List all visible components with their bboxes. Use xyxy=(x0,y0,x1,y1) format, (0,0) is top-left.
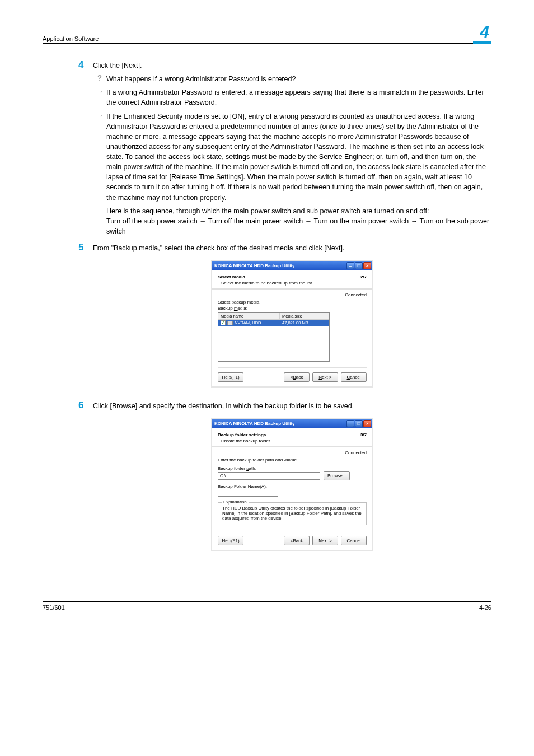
back-button[interactable]: < Back xyxy=(284,372,310,382)
cancel-button[interactable]: Cancel xyxy=(341,536,367,545)
button-row: Help(F1) < Back Next > Cancel xyxy=(218,367,367,382)
cell-media-size: 47,821.00 MB xyxy=(280,320,329,326)
table-header: Media name Media size xyxy=(218,313,329,320)
answer-paragraph: Here is the sequence, through which the … xyxy=(106,206,491,216)
next-button[interactable]: Next > xyxy=(312,372,338,382)
wizard-step-indicator: 2/7 xyxy=(360,274,367,279)
col-media-name: Media name xyxy=(218,313,280,319)
arrow-icon: → xyxy=(93,111,106,120)
footer-page: 4-26 xyxy=(479,604,491,611)
close-button[interactable]: × xyxy=(363,262,371,269)
maximize-button[interactable]: □ xyxy=(355,420,363,427)
divider xyxy=(212,288,372,290)
instruction-text: Enter the backup folder path and -name. xyxy=(218,458,367,463)
col-media-size: Media size xyxy=(280,313,329,319)
content-area: 4 Click the [Next]. What happens if a wr… xyxy=(43,59,491,551)
window-controls: – □ × xyxy=(346,262,371,269)
footer-model: 751/601 xyxy=(43,604,65,611)
question-text: What happens if a wrong Administrator Pa… xyxy=(106,74,491,84)
section-title: Application Software xyxy=(43,35,99,42)
maximize-button[interactable]: □ xyxy=(355,262,363,269)
cancel-button[interactable]: Cancel xyxy=(341,372,367,382)
back-button[interactable]: < Back xyxy=(284,536,310,545)
window-controls: – □ × xyxy=(346,420,371,427)
svg-point-0 xyxy=(99,80,100,81)
path-label: Backup folder path: xyxy=(218,466,367,471)
explanation-group: Explanation The HDD Backup Utility creat… xyxy=(218,502,367,525)
step-4: 4 Click the [Next]. What happens if a wr… xyxy=(93,59,491,236)
step-text: Click the [Next]. xyxy=(93,60,491,71)
page-header: Application Software 4 xyxy=(43,24,491,44)
dialog-body: 3/7 Backup folder settings Create the ba… xyxy=(212,428,372,550)
step-text: From "Backup media," select the check bo… xyxy=(93,243,491,253)
panel-description: Create the backup folder. xyxy=(221,438,367,444)
arrow-icon: → xyxy=(93,87,106,96)
divider xyxy=(212,446,372,447)
dialog-backup-folder: KONICA MINOLTA HDD Backup Utility – □ × … xyxy=(211,418,373,551)
answer-paragraph: Turn off the sub power switch → Turn off… xyxy=(106,216,491,236)
name-input[interactable] xyxy=(218,489,278,497)
list-label: Backup media: xyxy=(218,306,367,311)
instruction-text: Select backup media. xyxy=(218,300,367,305)
help-button[interactable]: Help(F1) xyxy=(218,372,243,382)
browse-button[interactable]: Browse... xyxy=(324,471,350,480)
panel-title: Backup folder settings xyxy=(218,432,367,437)
answer-text: If a wrong Administrator Password is ent… xyxy=(106,87,491,108)
dialog-select-media: KONICA MINOLTA HDD Backup Utility – □ × … xyxy=(211,260,373,388)
question-icon xyxy=(93,74,106,82)
panel-title: Select media xyxy=(218,274,367,279)
group-body: The HDD Backup Utility creates the folde… xyxy=(222,506,362,521)
help-button[interactable]: Help(F1) xyxy=(218,536,243,545)
connection-status: Connected xyxy=(218,450,367,455)
chapter-number: 4 xyxy=(473,24,491,44)
group-title: Explanation xyxy=(222,500,249,505)
titlebar: KONICA MINOLTA HDD Backup Utility – □ × xyxy=(212,261,372,270)
checkbox-icon[interactable]: ✓ xyxy=(221,320,226,325)
panel-description: Select the media to be backed up from th… xyxy=(221,281,367,286)
button-row: Help(F1) < Back Next > Cancel xyxy=(218,531,367,545)
cell-media-name: NVRAM, HDD xyxy=(235,320,261,325)
minimize-button[interactable]: – xyxy=(346,262,354,269)
step-text: Click [Browse] and specify the destinati… xyxy=(93,401,491,411)
titlebar: KONICA MINOLTA HDD Backup Utility – □ × xyxy=(212,419,372,428)
media-table[interactable]: Media name Media size ✓ NVRAM, HDD 47,82… xyxy=(218,312,330,362)
page-footer: 751/601 4-26 xyxy=(43,601,491,611)
path-input[interactable]: C:\ xyxy=(218,472,320,480)
step-number: 4 xyxy=(78,59,93,71)
dialog-body: 2/7 Select media Select the media to be … xyxy=(212,270,372,386)
table-row[interactable]: ✓ NVRAM, HDD 47,821.00 MB xyxy=(218,320,329,326)
wizard-step-indicator: 3/7 xyxy=(360,432,367,437)
answer-paragraph: If the Enhanced Security mode is set to … xyxy=(106,113,486,202)
close-button[interactable]: × xyxy=(363,420,371,427)
connection-status: Connected xyxy=(218,292,367,297)
step-number: 6 xyxy=(78,400,93,411)
name-label: Backup Folder Name(A): xyxy=(218,484,367,489)
window-title: KONICA MINOLTA HDD Backup Utility xyxy=(214,263,295,268)
minimize-button[interactable]: – xyxy=(346,420,354,427)
hdd-icon xyxy=(227,321,233,325)
next-button[interactable]: Next > xyxy=(312,536,338,545)
window-title: KONICA MINOLTA HDD Backup Utility xyxy=(214,421,295,426)
step-6: 6 Click [Browse] and specify the destina… xyxy=(93,400,491,411)
answer-text: If the Enhanced Security mode is set to … xyxy=(106,111,491,237)
step-5: 5 From "Backup media," select the check … xyxy=(93,242,491,253)
step-number: 5 xyxy=(78,242,93,253)
